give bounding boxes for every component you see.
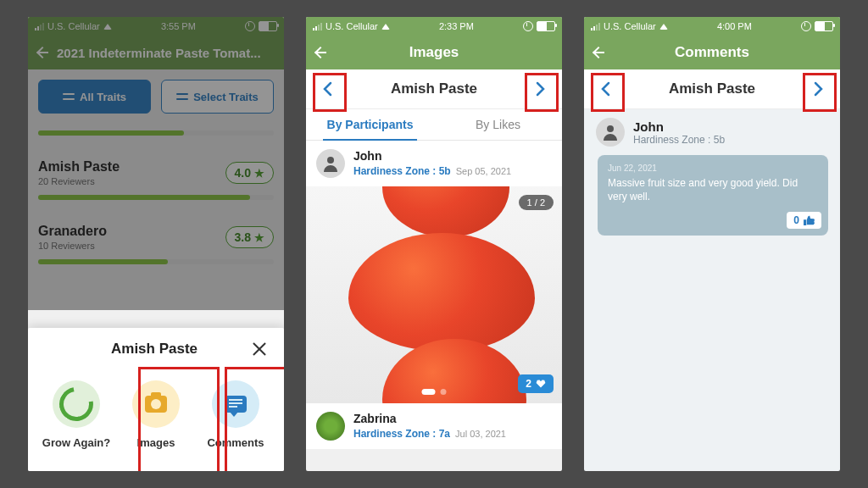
comment-zone: Hardiness Zone : 5b [633,134,725,146]
tab-bar: By Participants By Likes [306,109,562,141]
status-bar: U.S. Cellular 3:55 PM [28,17,284,36]
sliders-icon [63,92,75,102]
back-arrow-icon[interactable] [591,45,606,60]
wifi-icon [659,24,668,30]
comment-date: Jun 22, 2021 [608,164,818,173]
tab-participants-label: By Participants [327,118,414,131]
screen1-body: All Traits Select Traits Amish Paste 20 … [28,69,284,293]
like-button[interactable]: 0 [787,212,821,229]
variety-row[interactable]: Amish Paste 20 Reviewers 4.0 ★ [38,154,274,191]
post-header: John Hardiness Zone : 5bSep 05, 2021 [306,141,562,186]
page-title: Images [335,44,533,61]
tab-likes[interactable]: By Likes [434,109,562,140]
alarm-icon [523,21,533,31]
comment-author-row: John Hardiness Zone : 5b [596,118,828,147]
star-icon: ★ [254,167,264,180]
signal-icon [313,23,322,30]
progress-bar [38,130,274,136]
chevron-left-icon [322,81,332,97]
battery-icon [537,21,555,31]
page-title: 2021 Indeterminate Paste Tomat... [57,46,277,60]
variety-row[interactable]: Granadero 10 Reviewers 3.8 ★ [38,219,274,256]
page-indicator: 1 / 2 [519,195,554,210]
variety-reviewers: 20 Reviewers [38,176,120,186]
carousel-dots [422,389,447,395]
status-bar: U.S. Cellular 2:33 PM [306,17,562,36]
signal-icon [35,23,44,30]
back-arrow-icon[interactable] [35,45,50,60]
wifi-icon [381,24,390,30]
next-item-button[interactable] [808,76,830,102]
heart-count: 2 [526,378,531,390]
comments-body: John Hardiness Zone : 5b Jun 22, 2021 Ma… [584,109,840,244]
prev-item-button[interactable] [594,76,616,102]
all-traits-label: All Traits [80,91,126,103]
status-bar: U.S. Cellular 4:00 PM [584,17,840,36]
clock-label: 3:55 PM [161,21,196,31]
post-zone: Hardiness Zone : 7a [353,428,450,440]
grow-again-label: Grow Again? [42,436,110,449]
bottom-sheet: Amish Paste Grow Again? Images Comments [28,328,284,471]
chevron-right-icon [814,81,824,97]
like-count-pill[interactable]: 2 [518,374,554,393]
select-traits-button[interactable]: Select Traits [161,80,274,114]
item-label: Amish Paste [391,80,477,97]
rating-pill: 3.8 ★ [225,226,274,248]
tomato-illustration [382,186,509,237]
sliders-icon [176,92,188,102]
grow-again-action[interactable]: Grow Again? [38,380,114,449]
post-header: Zabrina Hardiness Zone : 7aJul 03, 2021 [306,403,562,449]
images-label: Images [137,436,175,449]
back-arrow-icon[interactable] [313,45,328,60]
page-title: Comments [613,44,811,61]
close-icon[interactable] [250,340,269,358]
sheet-title: Amish Paste [111,341,198,358]
post-image[interactable]: 1 / 2 2 [306,186,562,403]
next-item-button[interactable] [530,76,552,102]
comments-action[interactable]: Comments [198,380,274,449]
progress-bar [38,259,274,264]
progress-bar [38,195,274,200]
refresh-ring-icon [53,380,100,428]
variety-name: Granadero [38,224,107,239]
thumb-up-icon [804,215,815,225]
comment-text: Massive fruit size and very good yield. … [608,176,818,203]
alarm-icon [245,21,255,31]
heart-icon [536,380,546,389]
carrier-label: U.S. Cellular [326,21,378,31]
svg-point-1 [607,125,614,132]
prev-item-button[interactable] [316,76,338,102]
chevron-left-icon [600,81,610,97]
item-nav: Amish Paste [584,69,840,109]
tomato-illustration [382,339,526,403]
tab-likes-label: By Likes [476,118,520,131]
star-icon: ★ [254,231,264,244]
rating-value: 3.8 [235,230,251,244]
battery-icon [815,21,833,31]
variety-name: Amish Paste [38,159,120,175]
item-nav: Amish Paste [306,69,562,109]
avatar [316,412,345,441]
rating-value: 4.0 [235,166,251,180]
clock-label: 2:33 PM [439,21,474,31]
phone-3: U.S. Cellular 4:00 PM Comments Amish Pas… [584,17,840,471]
person-icon [600,122,620,142]
tab-participants[interactable]: By Participants [306,109,434,140]
comment-author: John [633,119,725,134]
signal-icon [591,23,600,30]
images-action[interactable]: Images [118,380,194,449]
svg-point-0 [327,157,334,164]
comment-bubble-icon [225,396,247,413]
phone-2: U.S. Cellular 2:33 PM Images Amish Paste… [306,17,562,471]
item-label: Amish Paste [669,80,755,97]
battery-icon [259,21,277,31]
camera-icon [145,396,167,413]
post-date: Sep 05, 2021 [456,166,511,176]
like-count: 0 [793,214,799,226]
rating-pill: 4.0 ★ [225,162,274,184]
chevron-right-icon [536,81,546,97]
all-traits-button[interactable]: All Traits [38,80,151,114]
post-date: Jul 03, 2021 [455,429,506,439]
app-header: 2021 Indeterminate Paste Tomat... [28,36,284,69]
avatar [316,149,345,178]
